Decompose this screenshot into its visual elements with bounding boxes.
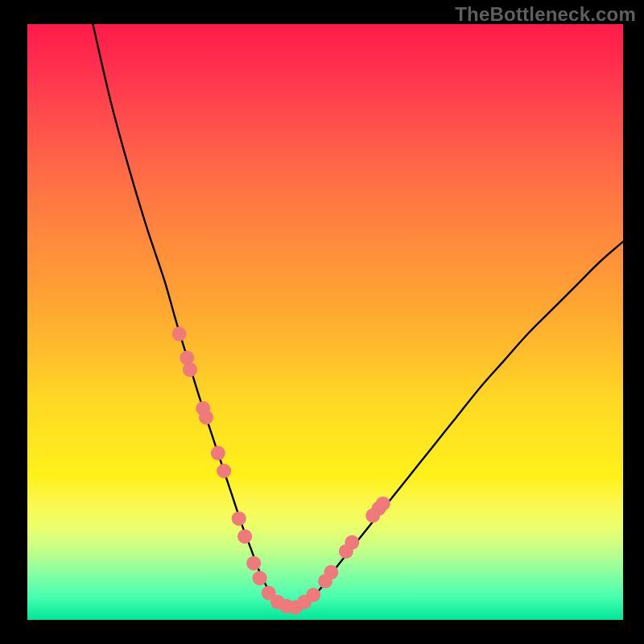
curve-marker: [199, 410, 213, 424]
curve-marker: [246, 556, 261, 571]
curve-layer: [27, 24, 623, 620]
curve-marker: [172, 327, 187, 341]
chart-frame: TheBottleneck.com: [0, 0, 644, 644]
curve-marker: [324, 565, 338, 580]
curve-marker: [376, 497, 390, 511]
curve-markers: [172, 327, 390, 615]
curve-marker: [232, 511, 246, 526]
curve-marker: [253, 571, 267, 585]
curve-marker: [306, 588, 320, 602]
bottleneck-curve: [93, 24, 623, 608]
watermark-text: TheBottleneck.com: [455, 3, 636, 26]
curve-marker: [237, 529, 252, 543]
plot-area: [27, 24, 623, 620]
curve-marker: [345, 535, 359, 550]
curve-marker: [183, 362, 197, 377]
curve-marker: [211, 446, 225, 460]
curve-marker: [217, 464, 231, 478]
